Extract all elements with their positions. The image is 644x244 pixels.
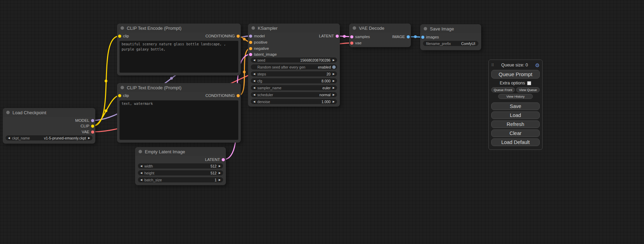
widget-batch-size[interactable]: ◀ batch_size 1 ▶ — [138, 177, 223, 182]
arrow-right-icon[interactable]: ▶ — [218, 177, 221, 182]
image-port-dot[interactable] — [407, 35, 410, 38]
settings-gear-icon[interactable]: ⚙ — [535, 63, 540, 68]
output-port-latent[interactable]: LATENT — [203, 157, 225, 162]
input-port-samples[interactable]: samples — [350, 34, 372, 39]
input-port-images[interactable]: images — [421, 35, 441, 39]
queue-front-button[interactable]: Queue Front — [491, 87, 515, 92]
toggle-dot[interactable] — [332, 65, 336, 69]
conditioning-port-dot[interactable] — [237, 94, 240, 97]
arrow-right-icon[interactable]: ▶ — [332, 78, 335, 83]
image-port-dot[interactable] — [421, 36, 424, 39]
view-queue-button[interactable]: View Queue — [516, 87, 540, 92]
node-title-bar[interactable]: Save Image — [420, 24, 481, 33]
arrow-right-icon[interactable]: ▶ — [218, 170, 221, 175]
output-port-image[interactable]: IMAGE — [390, 34, 410, 39]
latent-port-dot[interactable] — [350, 35, 353, 38]
arrow-right-icon[interactable]: ▶ — [332, 99, 335, 104]
widget-height[interactable]: ◀ height 512 ▶ — [138, 170, 223, 175]
collapse-dot-icon[interactable] — [424, 27, 427, 30]
model-port-dot[interactable] — [249, 35, 252, 38]
arrow-right-icon[interactable]: ▶ — [332, 85, 335, 90]
arrow-left-icon[interactable]: ◀ — [253, 57, 256, 63]
widget-ckpt-name[interactable]: ◀ ckpt_name v1-5-pruned-emaonly.ckpt ▶ — [6, 135, 92, 141]
queue-prompt-button[interactable]: Queue Prompt — [491, 70, 540, 79]
save-button[interactable]: Save — [491, 102, 540, 110]
collapse-dot-icon[interactable] — [139, 150, 142, 153]
vae-port-dot[interactable] — [91, 130, 94, 134]
collapse-dot-icon[interactable] — [353, 26, 356, 30]
collapse-dot-icon[interactable] — [252, 26, 255, 30]
output-port-model[interactable]: MODEL — [73, 118, 94, 123]
latent-port-dot[interactable] — [336, 35, 339, 38]
clip-port-dot[interactable] — [91, 125, 94, 128]
model-port-dot[interactable] — [91, 119, 94, 122]
widget-random-seed-mode[interactable]: Random seed after every gen enabled — [251, 64, 337, 70]
load-default-button[interactable]: Load Default — [491, 138, 540, 146]
node-title-bar[interactable]: CLIP Text Encode (Prompt) — [117, 83, 241, 92]
output-port-latent[interactable]: LATENT — [317, 34, 339, 38]
arrow-left-icon[interactable]: ◀ — [253, 78, 256, 83]
collapse-dot-icon[interactable] — [6, 111, 10, 114]
node-title-bar[interactable]: Empty Latent Image — [135, 147, 226, 156]
widget-cfg[interactable]: ◀ cfg 8.000 ▶ — [251, 78, 337, 83]
comfyui-canvas[interactable]: Load Checkpoint MODEL CLIP VAE ◀ ckpt_na… — [0, 0, 644, 244]
clear-button[interactable]: Clear — [491, 129, 540, 137]
input-port-model[interactable]: model — [249, 34, 266, 38]
arrow-right-icon[interactable]: ▶ — [218, 163, 221, 169]
collapse-dot-icon[interactable] — [121, 26, 124, 30]
arrow-left-icon[interactable]: ◀ — [253, 85, 256, 90]
node-title-bar[interactable]: CLIP Text Encode (Prompt) — [117, 24, 241, 33]
node-ksampler[interactable]: KSampler model positive negative latent_… — [248, 24, 340, 107]
output-port-conditioning[interactable]: CONDITIONING — [204, 93, 240, 98]
latent-port-dot[interactable] — [222, 158, 225, 161]
clip-port-dot[interactable] — [118, 35, 121, 38]
arrow-left-icon[interactable]: ◀ — [140, 163, 143, 169]
conditioning-port-dot[interactable] — [249, 41, 252, 44]
arrow-right-icon[interactable]: ▶ — [87, 135, 91, 141]
output-port-vae[interactable]: VAE — [80, 129, 94, 134]
arrow-right-icon[interactable]: ▶ — [332, 92, 335, 97]
drag-handle-icon[interactable]: ⠿ — [491, 63, 494, 67]
node-title-bar[interactable]: VAE Decode — [349, 24, 411, 33]
input-port-positive[interactable]: positive — [249, 40, 269, 45]
conditioning-port-dot[interactable] — [237, 35, 240, 38]
clip-port-dot[interactable] — [118, 94, 121, 97]
node-save-image[interactable]: Save Image images filename_prefix ComfyU… — [420, 24, 481, 50]
widget-filename-prefix[interactable]: filename_prefix ComfyUI — [423, 41, 478, 46]
input-port-latent-image[interactable]: latent_image — [249, 52, 279, 57]
arrow-left-icon[interactable]: ◀ — [140, 177, 143, 182]
node-title-bar[interactable]: KSampler — [248, 24, 340, 33]
prompt-textarea[interactable]: text, watermark — [120, 100, 238, 140]
output-port-conditioning[interactable]: CONDITIONING — [204, 34, 240, 38]
input-port-negative[interactable]: negative — [249, 46, 271, 51]
widget-seed[interactable]: ◀ seed 156680208700286 ▶ — [251, 57, 337, 63]
arrow-left-icon[interactable]: ◀ — [253, 99, 256, 104]
arrow-right-icon[interactable]: ▶ — [332, 57, 335, 63]
arrow-left-icon[interactable]: ◀ — [140, 170, 143, 175]
input-port-clip[interactable]: clip — [118, 34, 131, 38]
arrow-left-icon[interactable]: ◀ — [253, 92, 256, 97]
collapse-dot-icon[interactable] — [121, 86, 124, 89]
node-vae-decode[interactable]: VAE Decode samples vae IMAGE — [349, 24, 411, 47]
vae-port-dot[interactable] — [350, 42, 353, 45]
arrow-left-icon[interactable]: ◀ — [253, 71, 256, 76]
view-history-button[interactable]: View History — [498, 94, 533, 99]
widget-sampler-name[interactable]: ◀ sampler_name euler ▶ — [251, 85, 337, 90]
output-port-clip[interactable]: CLIP — [79, 124, 94, 128]
node-clip-text-encode-positive[interactable]: CLIP Text Encode (Prompt) clip CONDITION… — [117, 24, 241, 75]
widget-scheduler[interactable]: ◀ scheduler normal ▶ — [251, 92, 337, 97]
node-empty-latent-image[interactable]: Empty Latent Image LATENT ◀ width 512 ▶ … — [135, 147, 226, 185]
prompt-textarea[interactable]: beautiful scenery nature glass bottle la… — [120, 41, 238, 73]
refresh-button[interactable]: Refresh — [491, 120, 540, 128]
load-button[interactable]: Load — [491, 111, 540, 119]
node-clip-text-encode-negative[interactable]: CLIP Text Encode (Prompt) clip CONDITION… — [117, 83, 241, 143]
extra-options-checkbox[interactable] — [527, 81, 531, 85]
node-load-checkpoint[interactable]: Load Checkpoint MODEL CLIP VAE ◀ ckpt_na… — [3, 108, 95, 144]
arrow-right-icon[interactable]: ▶ — [332, 71, 335, 76]
arrow-left-icon[interactable]: ◀ — [7, 135, 11, 141]
widget-width[interactable]: ◀ width 512 ▶ — [138, 163, 223, 169]
widget-steps[interactable]: ◀ steps 20 ▶ — [251, 71, 337, 76]
input-port-clip[interactable]: clip — [118, 93, 131, 98]
widget-denoise[interactable]: ◀ denoise 1.000 ▶ — [251, 99, 337, 104]
input-port-vae[interactable]: vae — [350, 40, 363, 45]
